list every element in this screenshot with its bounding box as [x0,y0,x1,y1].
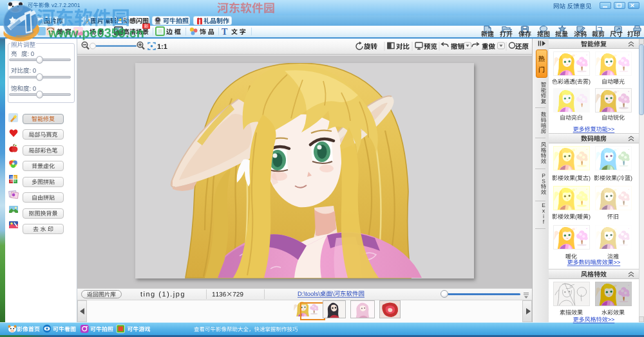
svg-text:T: T [222,27,228,37]
